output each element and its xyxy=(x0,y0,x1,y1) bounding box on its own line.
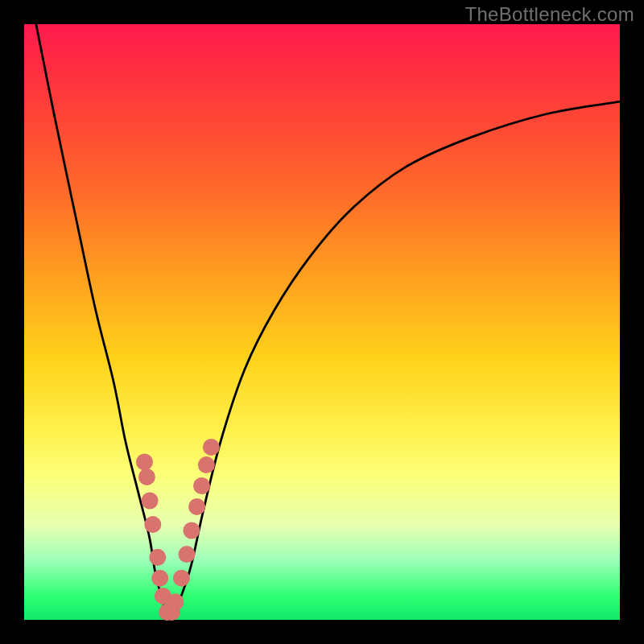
chart-svg xyxy=(24,24,620,620)
data-marker xyxy=(193,477,210,494)
data-marker xyxy=(149,549,166,566)
data-marker xyxy=(136,453,153,470)
data-marker xyxy=(198,456,215,473)
chart-frame: TheBottleneck.com xyxy=(0,0,644,644)
data-marker xyxy=(144,516,161,533)
watermark-text: TheBottleneck.com xyxy=(464,3,634,26)
data-marker xyxy=(138,469,155,485)
data-marker xyxy=(173,570,190,587)
data-marker xyxy=(167,593,184,610)
plot-area xyxy=(24,24,620,620)
marker-group xyxy=(136,439,220,621)
data-marker xyxy=(188,498,205,515)
bottleneck-curve xyxy=(36,24,620,616)
data-marker xyxy=(183,522,200,539)
data-marker xyxy=(151,570,168,587)
data-marker xyxy=(142,493,159,510)
data-marker xyxy=(179,546,196,563)
data-marker xyxy=(203,439,220,456)
